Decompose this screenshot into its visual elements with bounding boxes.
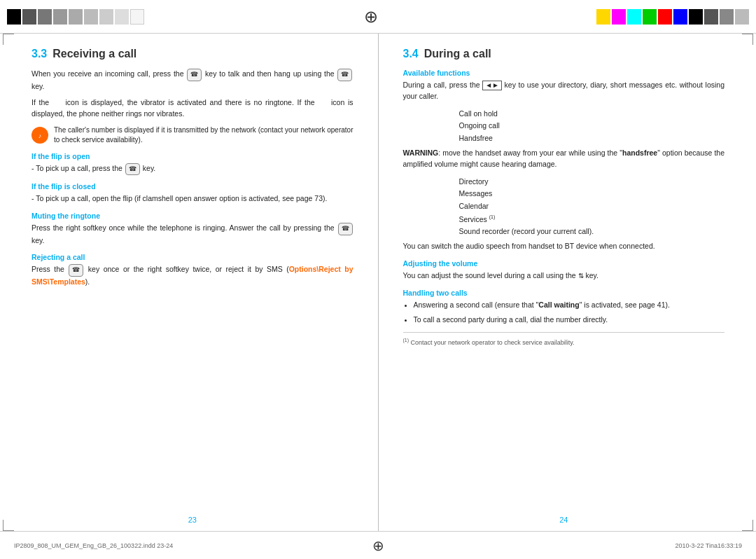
corner-mark-tl <box>3 34 14 45</box>
corner-mark-tr <box>742 34 753 45</box>
rejecting-text: Press the ☎ key once or the right softke… <box>31 264 354 287</box>
function-call-on-hold: Call on hold <box>459 108 725 120</box>
note-icon: ♪ <box>31 127 48 144</box>
bottom-center <box>343 537 413 554</box>
bullet-item-1: Answering a second call (ensure that "Ca… <box>414 300 725 311</box>
function-calendar: Calendar <box>459 200 725 213</box>
color-block-4 <box>53 9 67 25</box>
main-content: 3.3 Receiving a call When you receive an… <box>14 34 742 531</box>
section-34-title: During a call <box>424 48 491 60</box>
function-services: Services (1) <box>459 213 725 226</box>
color-blocks-right <box>596 9 749 25</box>
answer-key: ☎ <box>338 223 353 235</box>
function-handsfree: Handsfree <box>459 132 725 145</box>
handling-title: Handling two calls <box>403 289 725 297</box>
color-block-2 <box>22 9 36 25</box>
function-list-2: Directory Messages Calendar Services (1)… <box>459 176 725 239</box>
function-messages: Messages <box>459 188 725 200</box>
switch-text: You can switch the audio speech from han… <box>403 241 725 252</box>
flip-open-title: If the flip is open <box>31 152 354 160</box>
color-block-r1 <box>596 9 610 25</box>
corner-mark-br <box>742 520 753 531</box>
bullet-item-2: To call a second party during a call, di… <box>414 315 725 326</box>
right-page: 3.4 During a call Available functions Du… <box>386 34 743 531</box>
crosshair-bottom <box>372 537 384 554</box>
color-block-1 <box>7 9 21 25</box>
function-directory: Directory <box>459 176 725 188</box>
top-bar-left <box>0 0 140 33</box>
page-divider <box>378 34 379 531</box>
bottom-right-text: 2010-3-22 Tina16:33:19 <box>413 542 742 549</box>
warning-label: WARNING <box>403 149 439 157</box>
function-list-1: Call on hold Ongoing call Handsfree <box>459 108 725 146</box>
bottom-left-text: IP2809_808_UM_GEM_Eng_GB_26_100322.indd … <box>14 542 343 549</box>
note-text: The caller's number is displayed if it i… <box>31 125 354 145</box>
section-33-header: 3.3 Receiving a call <box>31 48 354 60</box>
right-page-number: 24 <box>559 516 568 524</box>
muting-text: Press the right softkey once while the t… <box>31 223 354 246</box>
function-sound-recorder: Sound recorder (record your current call… <box>459 226 725 238</box>
color-block-r2 <box>612 9 626 25</box>
color-block-r10 <box>735 9 749 25</box>
color-block-7 <box>99 9 113 25</box>
top-bar <box>0 0 756 34</box>
top-bar-center <box>140 6 602 27</box>
available-functions-title: Available functions <box>403 69 725 77</box>
crosshair-top <box>360 6 382 27</box>
note-box: ♪ The caller's number is displayed if it… <box>31 125 354 145</box>
nav-key: ◄► <box>482 81 502 90</box>
color-block-r9 <box>720 9 734 25</box>
bottom-bar: IP2809_808_UM_GEM_Eng_GB_26_100322.indd … <box>0 531 756 559</box>
color-block-r7 <box>689 9 703 25</box>
color-block-8 <box>115 9 129 25</box>
volume-key: ⇅ <box>578 270 584 281</box>
color-block-3 <box>38 9 52 25</box>
corner-mark-bl <box>3 520 14 531</box>
left-page: 3.3 Receiving a call When you receive an… <box>14 34 371 531</box>
talk-key: ☎ <box>187 69 202 81</box>
flip-open-text: - To pick up a call, press the ☎ key. <box>31 163 354 176</box>
handsfree-label: handsfree <box>622 149 657 157</box>
color-block-r3 <box>627 9 641 25</box>
handling-list: Answering a second call (ensure that "Ca… <box>414 300 725 326</box>
color-block-5 <box>69 9 83 25</box>
color-block-6 <box>84 9 98 25</box>
section-34-number: 3.4 <box>403 48 419 60</box>
vibrator-text: If the icon is displayed, the vibrator i… <box>31 97 354 120</box>
rejecting-title: Rejecting a call <box>31 253 354 261</box>
superscript-1: (1) <box>489 214 496 219</box>
adjusting-text: You can adjust the sound level during a … <box>403 270 725 282</box>
reject-key: ☎ <box>69 264 83 277</box>
color-block-r4 <box>643 9 657 25</box>
color-blocks-left <box>7 9 144 25</box>
adjusting-title: Adjusting the volume <box>403 259 725 268</box>
color-block-r5 <box>658 9 672 25</box>
top-bar-right <box>602 0 756 33</box>
footnote: (1) Contact your network operator to che… <box>403 332 725 347</box>
intro-text: When you receive an incoming call, press… <box>31 69 354 92</box>
color-block-r8 <box>704 9 718 25</box>
pick-key: ☎ <box>125 163 140 176</box>
section-33-title: Receiving a call <box>52 48 136 60</box>
footnote-superscript: (1) <box>403 338 410 343</box>
left-page-number: 23 <box>188 516 197 524</box>
section-33-number: 3.3 <box>31 48 47 60</box>
color-block-r6 <box>673 9 687 25</box>
footnote-text: Contact your network operator to check s… <box>411 339 575 346</box>
warning-text: WARNING: move the handset away from your… <box>403 148 725 170</box>
svg-text:♪: ♪ <box>38 132 42 139</box>
flip-closed-text: - To pick up a call, open the flip (if c… <box>31 193 354 205</box>
available-intro: During a call, press the ◄► key to use y… <box>403 80 725 102</box>
muting-title: Muting the ringtone <box>31 212 354 220</box>
call-waiting-label: Call waiting <box>538 301 579 309</box>
hangup-key: ☎ <box>337 69 352 81</box>
section-34-header: 3.4 During a call <box>403 48 725 60</box>
flip-closed-title: If the flip is closed <box>31 182 354 191</box>
function-ongoing-call: Ongoing call <box>459 120 725 132</box>
